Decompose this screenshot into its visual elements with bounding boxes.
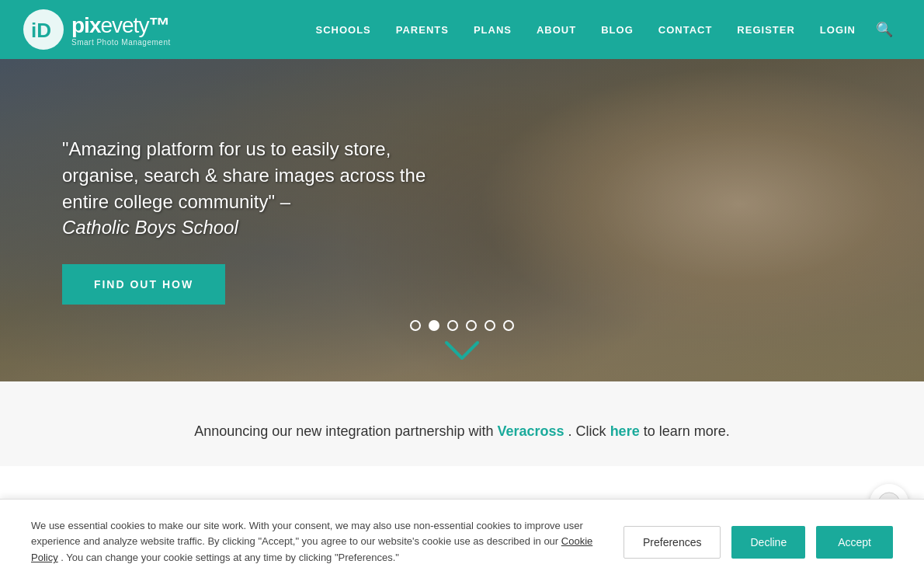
hero-section: "Amazing platform for us to easily store…: [0, 59, 924, 381]
cookie-text: We use essential cookies to make our sit…: [31, 518, 600, 542]
hero-dot-5[interactable]: [485, 320, 495, 331]
nav-plans[interactable]: PLANS: [461, 0, 524, 59]
nav-blog[interactable]: BLOG: [589, 0, 646, 59]
decline-button[interactable]: Decline: [731, 526, 805, 542]
hero-quote: "Amazing platform for us to easily store…: [62, 136, 435, 240]
logo-pix: pix: [71, 13, 100, 37]
scroll-down-chevron[interactable]: [443, 339, 481, 366]
hero-dot-6[interactable]: [503, 320, 514, 331]
logo-tagline: Smart Photo Management: [71, 38, 171, 47]
nav-parents[interactable]: PARENTS: [384, 0, 461, 59]
hero-cta-button[interactable]: FIND OUT HOW: [62, 264, 225, 305]
announcement-middle: . Click: [568, 423, 606, 439]
announcement-prefix: Announcing our new integration partnersh…: [194, 423, 493, 439]
logo-icon: iD: [23, 9, 64, 50]
veracross-link[interactable]: Veracross: [498, 423, 564, 439]
announcement-suffix: to learn more.: [644, 423, 730, 439]
preferences-button[interactable]: Preferences: [624, 526, 721, 542]
here-link[interactable]: here: [610, 423, 640, 439]
hero-dot-4[interactable]: [466, 320, 477, 331]
nav-contact[interactable]: CONTACT: [646, 0, 725, 59]
hero-quote-text: "Amazing platform for us to easily store…: [62, 138, 426, 211]
search-button[interactable]: 🔍: [868, 0, 901, 59]
search-icon: 🔍: [876, 21, 893, 38]
nav-login[interactable]: LOGIN: [808, 0, 868, 59]
announcement-text: Announcing our new integration partnersh…: [16, 420, 908, 443]
logo-area: iD pixevety™ Smart Photo Management: [23, 9, 171, 50]
hero-dot-2[interactable]: [429, 320, 439, 331]
hero-content: "Amazing platform for us to easily store…: [0, 59, 924, 381]
hero-dots: [410, 320, 514, 331]
cookie-main-text: We use essential cookies to make our sit…: [31, 520, 583, 542]
logo-text: pixevety™ Smart Photo Management: [71, 13, 171, 47]
cookie-buttons: Preferences Decline Accept: [624, 526, 893, 542]
header: iD pixevety™ Smart Photo Management SCHO…: [0, 0, 924, 59]
nav-about[interactable]: ABOUT: [524, 0, 589, 59]
svg-text:iD: iD: [31, 19, 51, 42]
hero-dot-1[interactable]: [410, 320, 421, 331]
announcement-section: Announcing our new integration partnersh…: [0, 381, 924, 466]
main-nav: SCHOOLS PARENTS PLANS ABOUT BLOG CONTACT…: [303, 0, 901, 59]
hero-dot-3[interactable]: [447, 320, 458, 331]
hero-quote-attribution: Catholic Boys School: [62, 217, 238, 238]
nav-register[interactable]: REGISTER: [724, 0, 807, 59]
logo-evety: evety: [100, 13, 148, 37]
logo-brand: pixevety™: [71, 13, 171, 38]
nav-schools[interactable]: SCHOOLS: [303, 0, 383, 59]
cookie-banner: We use essential cookies to make our sit…: [0, 499, 924, 542]
accept-button[interactable]: Accept: [816, 526, 893, 542]
